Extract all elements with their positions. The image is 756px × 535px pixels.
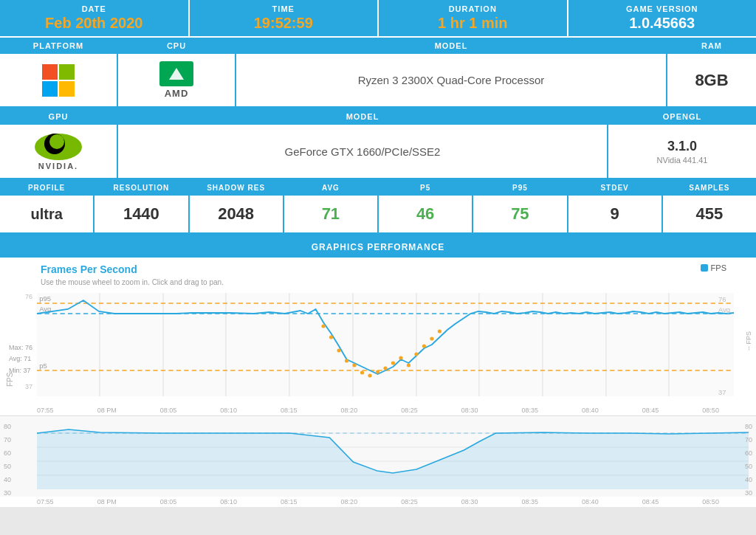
app-container: DATE Feb 20th 2020 TIME 19:52:59 DURATIO…: [0, 0, 756, 507]
svg-point-22: [321, 325, 325, 328]
avg-value: 71: [284, 196, 377, 232]
svg-point-24: [337, 349, 340, 353]
cpu-cell: CPU AMD: [118, 38, 236, 106]
svg-point-23: [329, 336, 333, 339]
amd-svg-icon: [164, 63, 189, 84]
nvidia-text: NVIDIA.: [38, 162, 78, 170]
ram-label: RAM: [667, 38, 756, 54]
mini-y-label-left: 30: [4, 486, 11, 500]
resolution-value: 1440: [94, 196, 188, 232]
avg-label: AVG: [284, 180, 377, 196]
time-label: 08:50: [702, 498, 719, 505]
stats-max: Max: 76: [9, 342, 32, 353]
mini-y-label-left: 80: [4, 420, 11, 433]
chart-title: Frames Per Second: [41, 263, 137, 275]
mini-y-label-left: 50: [4, 460, 11, 473]
svg-point-4: [49, 134, 64, 149]
chart-legend: FPS: [701, 263, 726, 272]
chart-header: GRAPHICS PERFORMANCE: [0, 237, 756, 258]
svg-text:76: 76: [718, 296, 726, 303]
amd-logo-icon: AMD: [159, 61, 193, 99]
svg-point-29: [376, 370, 379, 374]
opengl-cell: OPENGL 3.1.0 NVidia 441.41: [608, 108, 756, 178]
opengl-info: 3.1.0 NVidia 441.41: [608, 125, 756, 178]
mini-y-label-right: 30: [745, 486, 752, 500]
svg-point-25: [345, 359, 348, 363]
time-label: 08:20: [341, 498, 358, 505]
time-label: TIME: [196, 4, 372, 13]
time-label: 08:40: [582, 498, 599, 505]
y-top-label: 76: [25, 293, 32, 300]
p5-stat: P5 46: [379, 180, 473, 232]
platform-label: PLATFORM: [0, 38, 117, 54]
win-q4: [59, 81, 75, 97]
chart-section: GRAPHICS PERFORMANCE Frames Per Second U…: [0, 235, 756, 507]
legend-dot-icon: [701, 264, 708, 272]
svg-text:37: 37: [718, 389, 726, 396]
platform-logo: [0, 54, 117, 106]
mini-y-label-left: 60: [4, 446, 11, 460]
mini-y-label-right: 50: [745, 460, 752, 473]
mini-chart[interactable]: 807060504030 807060504030: [0, 415, 756, 497]
time-label: 08:25: [401, 407, 418, 414]
svg-rect-5: [37, 293, 734, 396]
time-labels: 07:5508 PM08:0508:1008:1508:2008:2508:30…: [0, 405, 756, 415]
cpu-model-cell: MODEL Ryzen 3 2300X Quad-Core Processor: [236, 38, 667, 106]
cpu-row: PLATFORM CPU: [0, 38, 756, 108]
shadow-res-value: 2048: [190, 196, 283, 232]
win-q1: [42, 64, 58, 80]
time-label: 08:20: [341, 407, 358, 414]
chart-stats-box: Max: 76 Avg: 71 Min: 37: [9, 342, 32, 376]
time-label: 08:50: [702, 407, 719, 414]
time-label: 08:35: [521, 407, 538, 414]
date-value: Feb 20th 2020: [6, 15, 182, 32]
stdev-value: 9: [568, 196, 662, 232]
date-label: DATE: [6, 4, 182, 13]
time-label: 08 PM: [97, 407, 117, 414]
svg-point-35: [422, 345, 426, 348]
mini-y-right: 807060504030: [745, 420, 752, 500]
time-label: 08:35: [521, 498, 538, 505]
svg-text:Avg: Avg: [718, 306, 730, 314]
y-bottom-label: 37: [25, 383, 32, 390]
main-chart[interactable]: Frames Per Second Use the mouse wheel to…: [0, 258, 756, 405]
gpu-cell: GPU NVIDIA.: [0, 108, 118, 178]
fps-right-label: -- FPS: [745, 331, 752, 351]
gpu-label: GPU: [0, 108, 117, 125]
p95-stat: P95 75: [473, 180, 568, 232]
mini-y-label-left: 40: [4, 473, 11, 486]
time-label: 08:45: [642, 407, 659, 414]
amd-box: [159, 61, 193, 86]
legend-label: FPS: [711, 263, 726, 272]
profile-value: ultra: [0, 196, 93, 232]
samples-value: 455: [663, 196, 756, 232]
duration-value: 1 hr 1 min: [385, 15, 561, 32]
time-label: 08:40: [582, 407, 599, 414]
main-chart-svg[interactable]: p95 Avg p5: [37, 293, 734, 396]
svg-point-28: [368, 374, 371, 378]
gpu-model-cell: MODEL GeForce GTX 1660/PCIe/SSE2: [118, 108, 608, 178]
amd-text: AMD: [165, 88, 189, 99]
samples-label: SAMPLES: [663, 180, 756, 196]
svg-point-33: [407, 364, 410, 367]
svg-point-26: [352, 364, 356, 367]
nvidia-svg-icon: [32, 132, 84, 160]
svg-point-36: [430, 337, 433, 341]
duration-label: DURATION: [385, 4, 561, 13]
mini-y-label-right: 80: [745, 420, 752, 433]
svg-point-34: [414, 353, 418, 356]
ram-cell: RAM 8GB: [667, 38, 756, 106]
svg-point-37: [438, 330, 441, 334]
time-label: 08:10: [220, 407, 237, 414]
gpu-row: GPU NVIDIA. MODEL GeForce GTX 1660/PCIe/…: [0, 108, 756, 180]
bottom-time-labels: 07:5508 PM08:0508:1008:1508:2008:2508:30…: [0, 497, 756, 507]
nvidia-logo-icon: NVIDIA.: [32, 132, 84, 170]
win-q2: [59, 64, 75, 80]
mini-chart-svg[interactable]: [37, 419, 749, 489]
time-label: 08:10: [220, 498, 237, 505]
shadow-res-stat: SHADOW RES 2048: [190, 180, 284, 232]
time-cell: TIME 19:52:59: [190, 0, 379, 36]
ram-value: 8GB: [667, 54, 756, 106]
duration-cell: DURATION 1 hr 1 min: [379, 0, 568, 36]
p95-value: 75: [473, 196, 566, 232]
